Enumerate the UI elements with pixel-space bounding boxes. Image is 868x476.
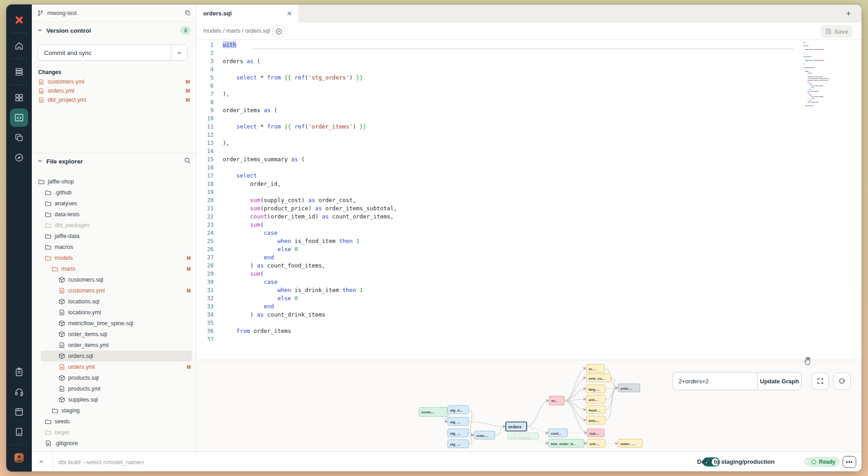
- lineage-node-yOrd[interactable]: ord....: [586, 395, 605, 403]
- lineage-node-testOrder[interactable]: test_order_it...: [549, 439, 584, 447]
- open-lineage-compass-button[interactable]: [272, 25, 285, 38]
- code-line[interactable]: 32 else 0: [197, 294, 862, 302]
- lineage-selector-input[interactable]: [673, 372, 757, 390]
- code-line[interactable]: 9order_items as (: [197, 106, 862, 114]
- lineage-node-orPink[interactable]: or...: [549, 396, 564, 405]
- code-line[interactable]: 31 when is_drink_item then 1: [197, 286, 862, 294]
- rail-item-warehouse[interactable]: [10, 63, 28, 81]
- tree-item-products-yml[interactable]: products.yml: [32, 383, 196, 394]
- code-line[interactable]: 3orders as (: [197, 57, 862, 65]
- lineage-node-stg1[interactable]: stg_...: [448, 417, 469, 426]
- tree-item-staging[interactable]: staging: [32, 405, 196, 416]
- rail-item-avatar[interactable]: [10, 449, 28, 467]
- refresh-button[interactable]: [833, 372, 851, 390]
- version-control-header[interactable]: Version control 3: [37, 26, 191, 35]
- rail-item-home[interactable]: [10, 37, 28, 55]
- code-line[interactable]: 7),: [197, 90, 862, 98]
- dbt-logo[interactable]: [10, 11, 28, 29]
- code-line[interactable]: 2: [197, 49, 862, 57]
- tree-item-marts[interactable]: martsM: [32, 263, 196, 274]
- tree-item-products-sql[interactable]: products.sql: [32, 372, 196, 383]
- rail-item-dashboard[interactable]: [10, 89, 28, 107]
- code-line[interactable]: 6: [197, 82, 862, 90]
- lineage-node-ordeG[interactable]: orde....: [618, 384, 640, 392]
- lineage-node-stg2[interactable]: stg_...: [448, 429, 469, 437]
- tree-item--github[interactable]: .github: [32, 187, 196, 198]
- code-editor[interactable]: 1with23orders as (45 select * from {{ re…: [197, 40, 862, 341]
- search-icon[interactable]: [184, 157, 191, 165]
- code-line[interactable]: 34 ) as count_drink_items: [197, 311, 862, 319]
- more-options-button[interactable]: •••: [843, 456, 856, 468]
- tree-item-supplies-sql[interactable]: supplies.sql: [32, 394, 196, 405]
- lineage-node-ecom[interactable]: ecom....: [419, 407, 447, 416]
- code-line[interactable]: 35: [197, 319, 862, 327]
- fullscreen-button[interactable]: [812, 372, 829, 390]
- tree-item-jaffle-data[interactable]: jaffle-data: [32, 231, 196, 242]
- rail-item-clipboard[interactable]: [10, 363, 28, 381]
- commit-options-dropdown[interactable]: [171, 45, 187, 60]
- tree-item-seeds[interactable]: seeds: [32, 416, 196, 427]
- close-icon[interactable]: ✕: [286, 10, 292, 18]
- rail-item-docs[interactable]: [10, 403, 28, 421]
- file-explorer-header[interactable]: File explorer: [37, 157, 191, 165]
- tab-orders-sql[interactable]: orders.sql ✕: [197, 5, 299, 22]
- tree-item-orders-sql[interactable]: orders.sql: [32, 351, 196, 362]
- tree-item-order-items-yml[interactable]: order_items.yml: [32, 340, 196, 351]
- tree-item-customers-yml[interactable]: customers.ymlM: [32, 285, 196, 296]
- commit-and-sync-button[interactable]: Commit and sync: [37, 45, 188, 61]
- code-line[interactable]: 13),: [197, 139, 862, 147]
- code-line[interactable]: 29 sum(: [197, 270, 862, 278]
- tree-item-macros[interactable]: macros: [32, 242, 196, 253]
- code-line[interactable]: 33 end: [197, 302, 862, 311]
- new-tab-button[interactable]: +: [843, 8, 854, 20]
- code-line[interactable]: 22 count(order_item_id) as count_order_i…: [197, 213, 862, 221]
- code-line[interactable]: 1with: [197, 41, 862, 49]
- lineage-node-yDrin[interactable]: drin....: [586, 416, 605, 424]
- changed-file-row[interactable]: orders.ymlM: [32, 86, 196, 95]
- code-line[interactable]: 20 sum(supply_cost) as order_cost,: [197, 196, 862, 204]
- tree-item-dbt-packages[interactable]: dbt_packages: [32, 220, 196, 231]
- lineage-node-stg3[interactable]: stg_...: [448, 440, 469, 448]
- lineage-node-yFood[interactable]: food....: [586, 406, 605, 414]
- lineage-node-orders[interactable]: orders: [506, 422, 527, 431]
- save-button[interactable]: Save: [821, 25, 853, 38]
- tree-item-target[interactable]: target: [32, 427, 196, 438]
- code-line[interactable]: 26 else 0: [197, 245, 862, 253]
- lineage-node-orderY2[interactable]: order_....: [618, 439, 643, 447]
- tree-item-locations-yml[interactable]: locations.yml: [32, 307, 196, 318]
- code-line[interactable]: 25 when is_food_item then 1: [197, 237, 862, 245]
- lineage-node-cust[interactable]: cust...: [549, 429, 568, 437]
- changed-file-row[interactable]: dbt_project.ymlM: [32, 95, 196, 104]
- tree-item-customers-sql[interactable]: customers.sql: [32, 274, 196, 285]
- lineage-node-ordeL[interactable]: orde....: [474, 431, 495, 439]
- code-line[interactable]: 17 select: [197, 172, 862, 180]
- tree-item--gitignore[interactable]: .gitignore: [32, 438, 196, 449]
- tree-item-models[interactable]: modelsM: [32, 253, 196, 263]
- code-line[interactable]: 15order_items_summary as (: [197, 155, 862, 164]
- lineage-node-stg0[interactable]: stg_o...: [448, 406, 469, 414]
- update-graph-button[interactable]: Update Graph: [757, 372, 802, 390]
- rail-item-projects[interactable]: [10, 129, 28, 147]
- code-line[interactable]: 36 from order_items: [197, 327, 862, 335]
- expand-command-bar-button[interactable]: [36, 457, 46, 466]
- tree-item-orders-yml[interactable]: orders.ymlM: [32, 362, 196, 372]
- tree-item-metricflow-time-spine-sql[interactable]: metricflow_time_spine.sql: [32, 318, 196, 329]
- code-line[interactable]: 19: [197, 188, 862, 196]
- code-line[interactable]: 14: [197, 147, 862, 155]
- command-input[interactable]: [58, 452, 558, 471]
- lineage-node-testSupply[interactable]: test_supply...: [508, 433, 539, 440]
- tree-item-analyses[interactable]: analyses: [32, 198, 196, 209]
- tree-item-order-items-sql[interactable]: order_items.sql: [32, 329, 196, 340]
- code-line[interactable]: 28 ) as count_food_items,: [197, 262, 862, 270]
- code-line[interactable]: 16: [197, 164, 862, 172]
- code-line[interactable]: 30 case: [197, 278, 862, 286]
- rail-item-explore[interactable]: [10, 149, 28, 167]
- code-line[interactable]: 4: [197, 65, 862, 74]
- rail-item-support-headset[interactable]: [10, 383, 28, 401]
- code-line[interactable]: 8: [197, 98, 862, 106]
- code-line[interactable]: 11 select * from {{ ref('order_items') }…: [197, 123, 862, 131]
- code-line[interactable]: 27 end: [197, 253, 862, 262]
- changed-file-row[interactable]: customers.ymlM: [32, 77, 196, 86]
- code-line[interactable]: 5 select * from {{ ref('stg_orders') }}: [197, 74, 862, 82]
- copy-icon[interactable]: [185, 10, 191, 17]
